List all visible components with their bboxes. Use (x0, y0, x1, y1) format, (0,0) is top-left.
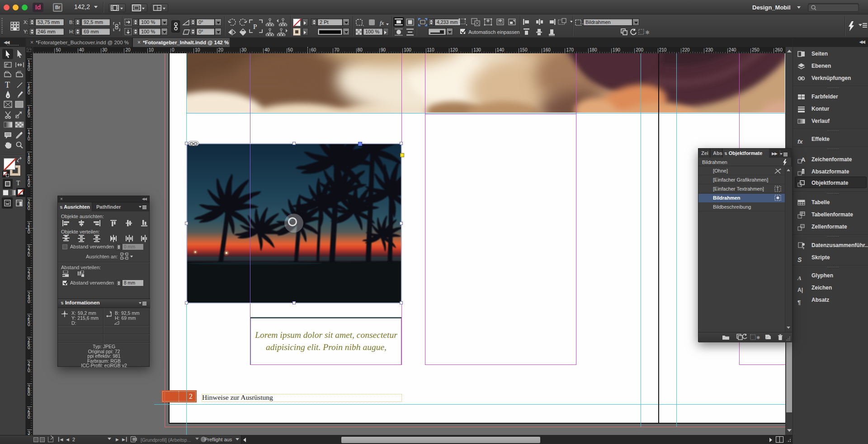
svg-text:✱: ✱ (756, 335, 760, 340)
svg-text:P: P (253, 23, 257, 30)
svg-text:T: T (776, 187, 779, 192)
svg-text:A: A (801, 156, 806, 163)
